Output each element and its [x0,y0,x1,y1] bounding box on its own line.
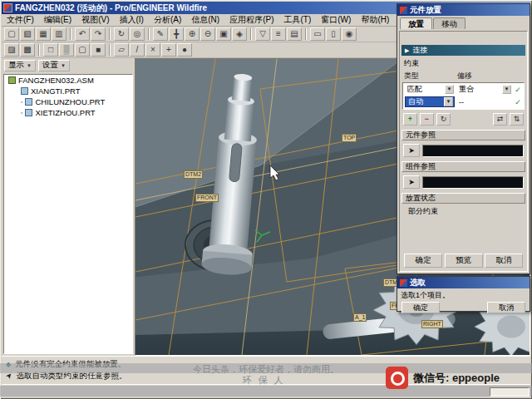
tree-item[interactable]: ▫ CHILUNZHOU.PRT [4,96,132,107]
preview-button[interactable]: 预览 [445,254,483,268]
model-tree: FANGZHEN032.ASM XIANGTI.PRT ▫ CHILUNZHOU… [3,74,133,354]
select-reference-button[interactable]: ➤ [403,175,420,189]
constraint-valid-icon: ✓ [514,86,522,94]
dialog-titlebar: 元件放置 [397,4,530,16]
save-icon[interactable]: ▦ [36,27,51,41]
no-hidden-icon[interactable]: ▢ [75,43,90,57]
axis-label-a1[interactable]: A_1 [353,313,367,322]
datum-label-top[interactable]: TOP [342,134,357,142]
toolbar-separator [148,28,150,40]
assembly-reference-collector[interactable] [422,176,524,189]
toolbar-separator [109,44,111,56]
view-manager-icon[interactable]: ▤ [287,27,302,41]
swap-references-button[interactable]: ⇄ [493,113,507,126]
window-title: FANGZHEN032 (活动的) - Pro/ENGINEER Wildfir… [15,2,207,14]
dialog-title: 选取 [410,278,426,288]
tree-item[interactable]: ▫ XIETIZHOU.PRT [4,107,132,118]
tree-settings-dropdown[interactable]: 设置 ▼ [38,60,70,71]
datum-axis-display-icon[interactable]: ▯ [326,27,341,41]
open-file-icon[interactable]: ▧ [20,27,35,41]
offset-column-header: 偏移 [457,71,525,81]
select-message: 选取1个项目。 [401,290,526,301]
wechat-logo-icon [386,367,408,389]
search-icon[interactable]: ◎ [130,27,145,41]
tree-item-label: XIANGTI.PRT [31,86,80,96]
paste-special-icon[interactable]: ▩ [20,43,35,57]
spin-center-icon[interactable]: ╋ [169,27,184,41]
constraint-column-headers: 类型 偏移 [404,71,525,81]
undo-icon[interactable]: ↶ [75,27,90,41]
dialog-title: 元件放置 [410,5,441,16]
refit-icon[interactable]: ▣ [216,27,231,41]
datum-plane-display-icon[interactable]: ▭ [310,27,325,41]
tree-root-label: FANGZHEN032.ASM [18,76,94,85]
toolbar-separator [70,28,71,40]
tree-item[interactable]: XIANGTI.PRT [4,86,132,96]
refresh-constraint-button[interactable]: ↻ [436,113,451,126]
add-constraint-button[interactable]: + [403,113,417,126]
cancel-button[interactable]: 取消 [485,254,523,268]
assembly-reference-header: 组件参照 [401,161,525,172]
chevron-down-icon: ▼ [61,63,66,68]
saved-views-icon[interactable]: ▽ [255,27,270,41]
menu-edit[interactable]: 编辑(E) [39,14,76,26]
app-icon [3,3,12,12]
toolbar-separator [109,28,111,40]
wireframe-icon[interactable]: □ [43,43,58,57]
status-field [490,387,530,397]
regenerate-icon[interactable]: ↻ [114,27,129,41]
tree-root-item[interactable]: FANGZHEN032.ASM [4,75,132,86]
paste-icon[interactable]: ▨ [4,43,19,57]
menu-file[interactable]: 文件(F) [2,14,39,26]
hidden-line-icon[interactable]: ▒ [59,43,74,57]
menu-window[interactable]: 窗口(W) [316,14,356,26]
csys-display-icon[interactable]: ◉ [342,27,357,41]
chevron-down-icon[interactable]: ▼ [502,85,511,94]
constraint-row-selected[interactable]: 自动 ▼ -- ✓ [403,96,524,108]
menu-analysis[interactable]: 分析(A) [149,14,186,26]
remove-constraint-button[interactable]: − [420,113,434,126]
ok-button[interactable]: 确定 [401,302,440,313]
shaded-icon[interactable]: ■ [91,43,106,57]
constraint-offset-value: 重合 [459,84,474,95]
menu-view[interactable]: 视图(V) [76,14,114,26]
csys-toggle-icon[interactable]: + [161,43,176,57]
datum-label-dtm2[interactable]: DTM2 [184,170,203,179]
datum-axis-toggle-icon[interactable]: / [130,43,145,57]
menu-info[interactable]: 信息(N) [186,14,224,26]
zoom-out-icon[interactable]: ⊖ [200,27,215,41]
select-reference-button[interactable]: ➤ [403,144,420,157]
chevron-down-icon[interactable]: ▼ [444,97,453,106]
menu-help[interactable]: 帮助(H) [356,14,394,26]
tab-move[interactable]: 移动 [433,17,466,29]
datum-plane-toggle-icon[interactable]: ▱ [114,43,129,57]
constraint-row[interactable]: 匹配 ▼ 重合 ▼ ✓ [403,83,524,96]
repaint-icon[interactable]: ✎ [153,27,168,41]
model-tree-panel: 显示 ▼ 设置 ▼ FANGZHEN032.ASM XIANGTI.PRT ▫ … [2,58,135,356]
print-icon[interactable]: ▥ [52,27,66,41]
datum-label-front[interactable]: FRONT [195,194,219,202]
tree-settings-label: 设置 [42,60,58,71]
spin-center-toggle-icon[interactable]: ● [177,43,192,57]
datum-point-toggle-icon[interactable]: × [145,43,160,57]
toolbar-separator [250,28,252,40]
placement-status-value: 部分约束 [408,206,525,217]
menu-tools[interactable]: 工具(T) [279,14,317,26]
redo-icon[interactable]: ↷ [91,27,106,41]
constraint-list-button[interactable]: ⇅ [510,113,524,126]
connections-header[interactable]: ▶ 连接 [401,45,525,56]
menu-applications[interactable]: 应用程序(P) [224,14,278,26]
chevron-down-icon: ▼ [27,63,32,68]
chevron-down-icon[interactable]: ▼ [445,85,454,94]
ok-button[interactable]: 确定 [404,254,442,268]
component-reference-collector[interactable] [422,145,524,157]
datum-label-right[interactable]: RIGHT [421,320,443,328]
layers-icon[interactable]: ≡ [271,27,286,41]
zoom-in-icon[interactable]: ⊕ [185,27,200,41]
menu-insert[interactable]: 插入(I) [114,14,148,26]
orient-icon[interactable]: ◈ [232,27,247,41]
new-file-icon[interactable]: ▢ [4,27,19,41]
cancel-button[interactable]: 取消 [487,302,525,313]
tab-place[interactable]: 放置 [400,17,432,29]
tree-display-dropdown[interactable]: 显示 ▼ [4,60,36,71]
